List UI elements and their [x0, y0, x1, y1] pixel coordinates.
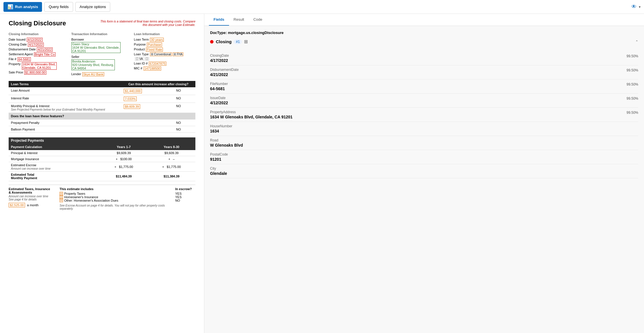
fields-tabs: Fields Result Code — [204, 14, 644, 26]
tab-code[interactable]: Code — [249, 14, 267, 26]
fields-list: ClosingDate4/17/202299.50%DisbursementDa… — [210, 51, 638, 178]
table-row: Principal & Interest $9,609.39 $9,609.39 — [9, 150, 195, 156]
closing-label: Closing — [216, 39, 232, 44]
run-analysis-label: Run analysis — [15, 5, 38, 9]
red-dot-icon — [210, 40, 214, 43]
field-row: PostalCode91201 — [210, 150, 638, 164]
info-product: Product Fixed Rate — [134, 48, 195, 52]
field-value: 1634 — [210, 129, 638, 133]
taxes-mid: This estimate includes ☒ Property Taxes … — [60, 187, 172, 210]
estimated-total-row: Estimated TotalMonthly Payment $11,484.3… — [9, 172, 195, 181]
field-row: PropertyAddress1634 W Glenoaks Blvd, Gle… — [210, 108, 638, 122]
field-value: 91201 — [210, 157, 638, 162]
payment-calc-col-header: Payment Calculation — [9, 144, 100, 150]
info-settlement-agent: Settlement Agent Bright Title Co — [9, 52, 70, 56]
field-row: HouseNumber1634 — [210, 122, 638, 136]
field-confidence: 99.50% — [626, 82, 638, 86]
info-file-number: File # 64-5681 — [9, 57, 70, 61]
info-lender: Lender Skye AU Bank — [71, 72, 133, 76]
closing-info-col: Closing Information Date Issued 4/12/202… — [9, 32, 70, 76]
loan-info-col: Loan Information Loan Term 30 years Purp… — [134, 32, 195, 76]
field-row: IssueDate4/12/202299.50% — [210, 94, 638, 108]
years-8-30-header: Years 8-30 — [148, 144, 195, 150]
tab-fields[interactable]: Fields — [209, 14, 229, 26]
tax-item-3: ☒ Other: Homeowner's Association Dues — [60, 199, 172, 202]
field-label: FileNumber — [210, 82, 626, 86]
transaction-info-header: Transaction Information — [71, 32, 133, 36]
field-label: PropertyAddress — [210, 110, 626, 114]
estimated-total-years-1-7: $11,484.39 — [100, 172, 148, 181]
chevron-up-icon[interactable]: ⌃ — [635, 40, 638, 44]
field-label: Road — [210, 138, 638, 142]
info-grid: Closing Information Date Issued 4/12/202… — [9, 32, 195, 76]
info-purpose: Purpose Purchase — [134, 43, 195, 47]
doc-title: Closing Disclosure — [9, 20, 66, 27]
doctype-label: DocType: — [210, 31, 227, 35]
field-value: 1634 W Glenoaks Blvd, Glendale, CA 91201 — [210, 115, 626, 119]
table-row: Does the loan have these features? — [9, 113, 195, 120]
field-label: PostalCode — [210, 152, 638, 156]
table-row: Estimated EscrowAmount can increase over… — [9, 162, 195, 172]
transaction-info-col: Transaction Information Borrower Gwen St… — [71, 32, 133, 76]
table-row: Monthly Principal & InterestSee Projecte… — [9, 103, 195, 113]
table-row: Balloon Payment NO — [9, 126, 195, 133]
chart-icon: 📊 — [7, 4, 13, 10]
info-loan-term: Loan Term 30 years — [134, 38, 195, 42]
info-va: ☐ VA ☐ — [134, 57, 195, 61]
field-label: IssueDate — [210, 96, 626, 100]
query-fields-button[interactable]: Query fields — [44, 2, 73, 12]
field-value: 64-5681 — [210, 86, 626, 91]
tax-item-1: ☒ Property Taxes — [60, 192, 172, 195]
field-label: HouseNumber — [210, 124, 638, 128]
loan-terms-header: Loan Terms — [9, 81, 121, 87]
grid-icon[interactable]: ⊞ — [244, 39, 248, 44]
table-row: Prepayment Penalty NO — [9, 120, 195, 126]
borrower-value: Gwen Stacy1634 W Glenoaks Blvd, Glendale… — [71, 42, 121, 53]
field-confidence: 99.50% — [626, 96, 638, 101]
loan-terms-table: Loan Terms Can this amount increase afte… — [9, 81, 195, 133]
can-increase-header: Can this amount increase after closing? — [121, 81, 195, 87]
seller-value: Bonita Anderson920 University Blvd, Rexb… — [71, 59, 115, 70]
taxes-note: See Escrow Account on page 4 for details… — [60, 204, 172, 210]
info-loan-id: Loan ID # 672047875 — [134, 62, 195, 66]
taxes-left: Estimated Taxes, Insurance& Assessments … — [9, 187, 56, 210]
taxes-value: $2,525.00 — [9, 203, 25, 207]
closing-badge: #1 — [234, 39, 242, 44]
field-confidence: 99.50% — [626, 54, 638, 58]
closing-info-header: Closing Information — [9, 32, 70, 36]
taxes-right: In escrow? YES YES NO — [175, 187, 195, 210]
field-value: 4/17/2022 — [210, 58, 626, 63]
field-row: RoadW Glenoaks Blvd — [210, 136, 638, 150]
info-seller: Seller — [71, 55, 133, 58]
doc-subtitle: This form is a statement of final loan t… — [98, 20, 195, 27]
field-value: 4/12/2022 — [210, 101, 626, 105]
info-date-issued: Date Issued 4/12/2022 — [9, 38, 70, 42]
info-borrower: Borrower — [71, 38, 133, 41]
field-confidence: 99.50% — [626, 110, 638, 115]
projected-payments-table: Payment Calculation Years 1-7 Years 8-30… — [9, 144, 195, 181]
info-mic: MIC # 147188500 — [134, 67, 195, 71]
eye-icon[interactable]: 👁 — [631, 4, 637, 10]
table-row: Loan Amount $1,440,000 NO — [9, 87, 195, 95]
doctype-row: DocType: mortgage.us.closingDisclosure — [210, 31, 638, 35]
analyze-options-button[interactable]: Analyze options — [75, 2, 110, 12]
projected-payments-header: Projected Payments — [9, 137, 195, 144]
info-disbursement-date: Disbursement Date 4/21/2022 — [9, 48, 70, 52]
chevron-down-icon[interactable]: ▾ — [639, 5, 641, 9]
info-loan-type: Loan Type ☒ Conventional ☒ FHA — [134, 52, 195, 56]
field-row: DisbursementDate4/21/202299.50% — [210, 65, 638, 80]
estimated-total-years-8-30: $11,384.39 — [148, 172, 195, 181]
field-value: Glendale — [210, 171, 638, 176]
info-sale-price: Sale Price $1,800,000.00 — [9, 71, 70, 75]
closing-header: Closing #1 ⊞ ⌃ — [210, 39, 638, 47]
field-confidence: 99.50% — [626, 68, 638, 72]
run-analysis-button[interactable]: 📊 Run analysis — [3, 2, 42, 12]
fields-body: DocType: mortgage.us.closingDisclosure C… — [204, 26, 644, 333]
field-value: 4/21/2022 — [210, 72, 626, 77]
table-row: Interest Rate 7.033% NO — [9, 95, 195, 103]
table-row: Mortgage Insurance + $100.00 + – — [9, 156, 195, 162]
tab-result[interactable]: Result — [229, 14, 249, 26]
doctype-value: mortgage.us.closingDisclosure — [228, 31, 284, 35]
field-row: FileNumber64-568199.50% — [210, 80, 638, 94]
field-label: City — [210, 166, 638, 171]
